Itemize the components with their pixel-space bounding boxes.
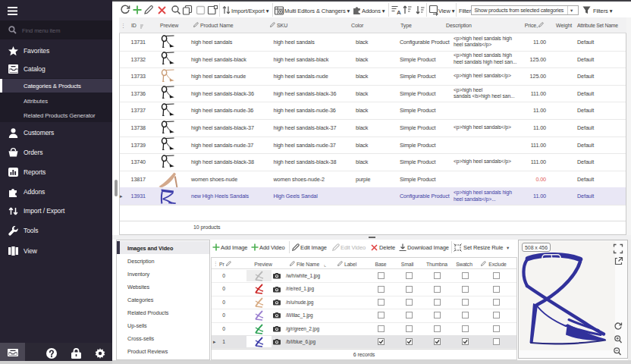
svg-text:A: A [397, 9, 401, 16]
